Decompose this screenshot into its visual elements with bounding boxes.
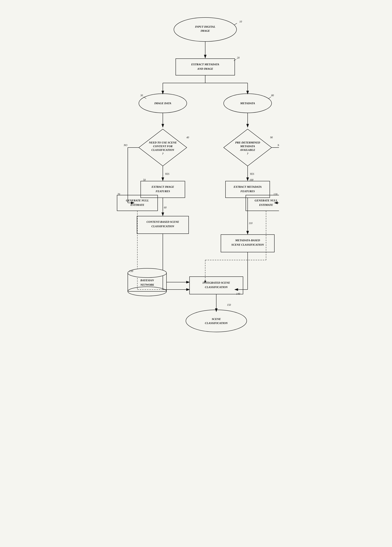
ref-50: 50 (143, 178, 146, 181)
ref-40: 40 (186, 136, 189, 139)
ref-80: 80 (271, 94, 274, 97)
node-130-top (128, 268, 167, 278)
ref-10: 10 (239, 20, 242, 23)
label-100b: FEATURES (240, 190, 255, 193)
label-no-90: NO (277, 144, 279, 147)
node-70 (117, 195, 158, 211)
node-120 (246, 195, 279, 211)
node-20 (176, 59, 235, 75)
node-150 (186, 310, 247, 332)
label-50a: EXTRACT IMAGE (151, 185, 174, 188)
label-no-40: NO (123, 144, 127, 147)
label-70b: ESTIMATE (130, 203, 144, 206)
ref-30: 30 (140, 94, 143, 97)
ref-140: 140 (236, 293, 240, 295)
ref-60: 60 (164, 206, 167, 209)
ref-70: 70 (117, 193, 120, 196)
ref-150: 150 (227, 304, 231, 306)
ref-90: 90 (270, 136, 273, 139)
ref-20: 20 (237, 56, 239, 59)
label-40d: ? (162, 152, 163, 155)
ref-120: 120 (273, 193, 277, 196)
svg-line-4 (144, 97, 146, 99)
label-20b: AND IMAGE (197, 67, 213, 70)
svg-line-3 (234, 59, 236, 61)
label-40b: CONTENT FOR (153, 145, 172, 148)
label-110b: SCENE CLASSIFICATION (231, 243, 264, 246)
label-90b: METADATA (240, 145, 255, 148)
label-70a: GENERATE NULL (126, 199, 149, 202)
label-50b: FEATURES (155, 190, 170, 193)
label-90d: ? (247, 152, 248, 155)
label-60b: CLASSIFICATION (151, 225, 175, 228)
label-100a: EXTRACT METADATA (233, 185, 262, 188)
label-60a: CONTENT-BASED SCENE (147, 220, 179, 223)
label-40c: CLASSIFICATION (151, 149, 175, 151)
label-140b: CLASSIFICATION (205, 286, 228, 289)
label-110a: METADATA-BASED (235, 239, 260, 242)
ref-110: 110 (249, 222, 252, 225)
label-90a: PRE-DETERMINED (235, 141, 260, 144)
label-130a: BAYESIAN (140, 279, 154, 282)
diagram-container: INPUT DIGITAL IMAGE 10 EXTRACT METADATA … (113, 7, 279, 487)
label-130b: NETWORK (140, 283, 154, 286)
label-yes-40: YES (165, 173, 169, 175)
ref-130: 130 (129, 270, 133, 273)
label-20: EXTRACT METADATA (191, 63, 219, 66)
node-140 (189, 277, 243, 294)
label-30: IMAGE DATA (154, 102, 171, 105)
label-10: INPUT DIGITAL (195, 25, 215, 28)
ref-100: 100 (250, 178, 253, 181)
label-140a: INTEGRATED SCENE (203, 281, 230, 284)
label-120b: ESTIMATE (259, 203, 273, 206)
label-80: METADATA (240, 102, 255, 105)
label-90c: AVAILABLE (240, 149, 255, 151)
label-yes-90: YES (250, 173, 254, 175)
label-10b: IMAGE (200, 29, 210, 32)
svg-line-2 (234, 23, 237, 25)
label-150b: CLASSIFICATION (205, 322, 228, 325)
label-40a: NEED TO USE SCENE (149, 141, 177, 144)
label-150a: SCENE (212, 318, 221, 321)
svg-line-5 (269, 97, 271, 99)
label-120a: GENERATE NULL (255, 199, 277, 202)
